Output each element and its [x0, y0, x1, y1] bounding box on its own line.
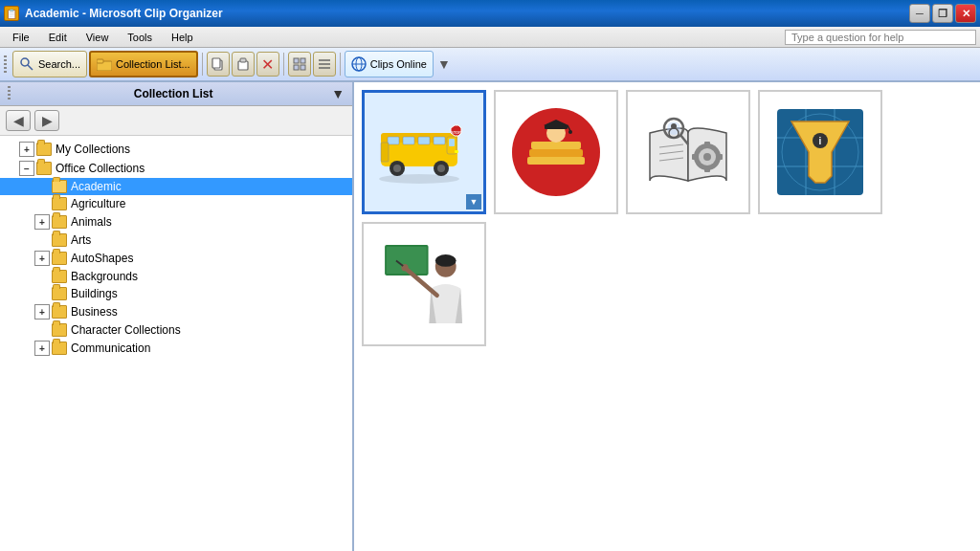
svg-rect-23 [434, 137, 445, 144]
tree-item-academic[interactable]: Academic [0, 178, 352, 195]
svg-point-0 [21, 58, 29, 66]
label-character-collections: Character Collections [71, 323, 181, 337]
tree-item-arts[interactable]: Arts [0, 231, 352, 249]
back-button[interactable]: ◀ [6, 110, 31, 131]
right-panel[interactable]: STOP ▼ [354, 82, 980, 551]
window-title: Academic - Microsoft Clip Organizer [25, 7, 909, 20]
view-button[interactable] [288, 52, 311, 77]
tree-item-backgrounds[interactable]: Backgrounds [0, 268, 352, 285]
menu-tools[interactable]: Tools [119, 29, 161, 46]
folder-buildings [52, 287, 67, 300]
label-buildings: Buildings [71, 287, 118, 300]
panel-dropdown-arrow[interactable]: ▼ [331, 86, 345, 101]
toolbar: Search... Collection List... ✕ [0, 48, 980, 82]
minimize-button[interactable]: ─ [909, 4, 930, 23]
svg-point-49 [703, 153, 711, 161]
copy-button[interactable] [207, 52, 230, 77]
tree-item-office-collections[interactable]: − Office Collections [0, 159, 352, 178]
svg-rect-10 [294, 65, 299, 70]
menu-edit[interactable]: Edit [40, 29, 76, 46]
clips-online-button[interactable]: Clips Online [345, 51, 434, 77]
svg-rect-22 [418, 137, 430, 144]
menu-file[interactable]: File [4, 29, 38, 46]
svg-rect-20 [388, 137, 399, 144]
svg-rect-7 [240, 58, 246, 62]
clip-books-circle[interactable] [494, 90, 618, 214]
label-academic: Academic [71, 180, 122, 193]
tree-item-my-collections[interactable]: + My Collections [0, 140, 352, 159]
clip-school-bus[interactable]: STOP ▼ [362, 90, 486, 214]
menu-help[interactable]: Help [163, 29, 202, 46]
expander-my-collections[interactable]: + [19, 142, 34, 157]
svg-point-28 [393, 165, 401, 172]
tree-item-communication[interactable]: + Communication [0, 339, 352, 358]
menu-bar: File Edit View Tools Help Type a questio… [0, 27, 980, 48]
search-label: Search... [38, 58, 80, 70]
svg-rect-38 [531, 142, 581, 149]
svg-point-30 [437, 165, 445, 172]
help-search-box[interactable]: Type a question for help [785, 30, 976, 45]
svg-text:i: i [819, 136, 822, 146]
tree-item-business[interactable]: + Business [0, 302, 352, 321]
delete-button[interactable]: ✕ [256, 52, 279, 77]
folder-office-collections [36, 162, 52, 175]
svg-line-1 [28, 65, 33, 70]
tree-item-animals[interactable]: + Animals [0, 212, 352, 231]
svg-rect-50 [704, 142, 710, 146]
svg-rect-8 [294, 58, 299, 63]
label-communication: Communication [71, 342, 150, 355]
svg-point-34 [379, 174, 459, 184]
label-backgrounds: Backgrounds [71, 270, 138, 283]
tree-area[interactable]: + My Collections − Office Collections Ac… [0, 136, 352, 551]
expander-business[interactable]: + [34, 304, 50, 320]
label-animals: Animals [71, 215, 112, 229]
label-business: Business [71, 305, 118, 319]
forward-button[interactable]: ▶ [34, 110, 59, 131]
svg-rect-3 [97, 59, 103, 63]
folder-icon [97, 56, 112, 72]
collection-list-button[interactable]: Collection List... [89, 51, 198, 77]
title-bar: 📋 Academic - Microsoft Clip Organizer ─ … [0, 0, 980, 27]
toolbar-dropdown-arrow[interactable]: ▼ [437, 56, 451, 72]
svg-rect-11 [301, 65, 305, 70]
tree-item-buildings[interactable]: Buildings [0, 285, 352, 302]
app-icon: 📋 [4, 6, 19, 21]
folder-autoshapes [52, 252, 67, 265]
svg-rect-25 [449, 139, 455, 146]
clips-online-label: Clips Online [370, 58, 427, 70]
menu-view[interactable]: View [78, 29, 118, 46]
folder-arts [52, 233, 67, 247]
tree-item-character-collections[interactable]: Character Collections [0, 321, 352, 339]
clip-teacher[interactable] [362, 222, 486, 346]
paste-button[interactable] [232, 52, 255, 77]
toolbar-separator-1 [202, 53, 203, 76]
folder-backgrounds [52, 270, 67, 283]
expander-communication[interactable]: + [34, 341, 50, 356]
close-button[interactable]: ✕ [955, 4, 976, 23]
expander-autoshapes[interactable]: + [34, 251, 50, 266]
folder-business [52, 305, 67, 319]
nav-buttons: ◀ ▶ [0, 106, 352, 136]
toolbar-separator-2 [283, 53, 284, 76]
clips-online-icon [351, 56, 367, 72]
svg-rect-21 [403, 137, 414, 144]
svg-point-74 [435, 254, 457, 267]
list-view-button[interactable] [313, 52, 336, 77]
label-my-collections: My Collections [56, 143, 130, 156]
tree-item-autoshapes[interactable]: + AutoShapes [0, 249, 352, 268]
expander-animals[interactable]: + [34, 214, 50, 230]
svg-rect-5 [212, 58, 220, 68]
panel-title: Collection List [134, 87, 213, 100]
clip-funnel[interactable]: i [758, 90, 882, 214]
expander-office-collections[interactable]: − [19, 161, 34, 176]
svg-rect-53 [692, 154, 697, 160]
folder-character-collections [52, 323, 67, 337]
clip-dropdown-arrow[interactable]: ▼ [466, 194, 481, 209]
tree-item-agriculture[interactable]: Agriculture [0, 195, 352, 212]
svg-rect-52 [718, 154, 723, 160]
svg-rect-51 [704, 167, 710, 172]
search-button[interactable]: Search... [12, 51, 87, 77]
svg-rect-36 [527, 157, 585, 165]
clip-open-book[interactable] [626, 90, 750, 214]
restore-button[interactable]: ❐ [932, 4, 953, 23]
